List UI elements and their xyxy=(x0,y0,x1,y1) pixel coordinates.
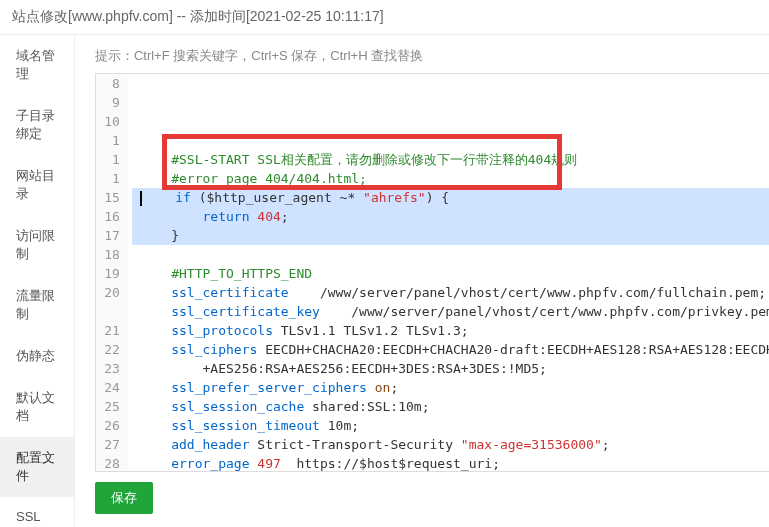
sidebar-item-domain[interactable]: 域名管理 xyxy=(0,35,74,95)
sidebar-item-ssl[interactable]: SSL xyxy=(0,497,74,527)
sidebar-item-traffic[interactable]: 流量限制 xyxy=(0,275,74,335)
code-line[interactable]: if ($http_user_agent ~* "ahrefs") { xyxy=(132,188,769,207)
code-line[interactable]: ssl_certificate /www/server/panel/vhost/… xyxy=(132,283,769,302)
text-cursor xyxy=(140,191,142,206)
code-area[interactable]: #SSL-START SSL相关配置，请勿删除或修改下一行带注释的404规则 #… xyxy=(128,74,769,472)
code-line[interactable] xyxy=(132,131,769,150)
line-gutter: 8910111111516171819202122232425262728 xyxy=(96,74,128,472)
line-number: 19 xyxy=(100,264,120,283)
line-number: 24 xyxy=(100,378,120,397)
main-container: 域名管理子目录绑定网站目录访问限制流量限制伪静态默认文档配置文件SSLPHP版本… xyxy=(0,35,769,526)
code-line[interactable]: } xyxy=(132,226,769,245)
line-number: 18 xyxy=(100,245,120,264)
save-button[interactable]: 保存 xyxy=(95,482,153,514)
code-line[interactable]: ssl_certificate_key /www/server/panel/vh… xyxy=(132,302,769,321)
line-number: 1 xyxy=(100,150,120,169)
sidebar-item-access[interactable]: 访问限制 xyxy=(0,215,74,275)
code-line[interactable]: #HTTP_TO_HTTPS_END xyxy=(132,264,769,283)
sidebar-item-subdir[interactable]: 子目录绑定 xyxy=(0,95,74,155)
code-editor[interactable]: 8910111111516171819202122232425262728 #S… xyxy=(95,73,769,472)
line-number: 17 xyxy=(100,226,120,245)
code-line[interactable]: ssl_prefer_server_ciphers on; xyxy=(132,378,769,397)
code-line[interactable]: error_page 497 https://$host$request_uri… xyxy=(132,454,769,472)
line-number: 1 xyxy=(100,169,120,188)
code-line[interactable]: +AES256:RSA+AES256:EECDH+3DES:RSA+3DES:!… xyxy=(132,359,769,378)
line-number: 10 xyxy=(100,112,120,131)
line-number: 9 xyxy=(100,93,120,112)
sidebar-item-webroot[interactable]: 网站目录 xyxy=(0,155,74,215)
line-number: 23 xyxy=(100,359,120,378)
code-line[interactable]: add_header Strict-Transport-Security "ma… xyxy=(132,435,769,454)
line-number: 20 xyxy=(100,283,120,302)
tip-text: 提示：Ctrl+F 搜索关键字，Ctrl+S 保存，Ctrl+H 查找替换 xyxy=(95,47,769,65)
line-number: 22 xyxy=(100,340,120,359)
code-line[interactable]: ssl_session_timeout 10m; xyxy=(132,416,769,435)
code-line[interactable]: ssl_session_cache shared:SSL:10m; xyxy=(132,397,769,416)
code-line[interactable]: #SSL-START SSL相关配置，请勿删除或修改下一行带注释的404规则 xyxy=(132,150,769,169)
main-panel: 提示：Ctrl+F 搜索关键字，Ctrl+S 保存，Ctrl+H 查找替换 89… xyxy=(75,35,769,526)
line-number: 27 xyxy=(100,435,120,454)
sidebar-item-rewrite[interactable]: 伪静态 xyxy=(0,335,74,377)
line-number: 16 xyxy=(100,207,120,226)
line-number: 21 xyxy=(100,321,120,340)
code-line[interactable]: #error_page 404/404.html; xyxy=(132,169,769,188)
line-number: 25 xyxy=(100,397,120,416)
line-number: 26 xyxy=(100,416,120,435)
line-number: 28 xyxy=(100,454,120,472)
code-line[interactable]: return 404; xyxy=(132,207,769,226)
code-line[interactable] xyxy=(132,245,769,264)
sidebar-item-default[interactable]: 默认文档 xyxy=(0,377,74,437)
code-line[interactable]: ssl_protocols TLSv1.1 TLSv1.2 TLSv1.3; xyxy=(132,321,769,340)
line-number: 1 xyxy=(100,131,120,150)
line-number: 15 xyxy=(100,188,120,207)
line-number xyxy=(100,302,120,321)
code-line[interactable]: ssl_ciphers EECDH+CHACHA20:EECDH+CHACHA2… xyxy=(132,340,769,359)
sidebar: 域名管理子目录绑定网站目录访问限制流量限制伪静态默认文档配置文件SSLPHP版本… xyxy=(0,35,75,526)
sidebar-item-config[interactable]: 配置文件 xyxy=(0,437,74,497)
page-title: 站点修改[www.phpfv.com] -- 添加时间[2021-02-25 1… xyxy=(0,0,769,35)
line-number: 8 xyxy=(100,74,120,93)
